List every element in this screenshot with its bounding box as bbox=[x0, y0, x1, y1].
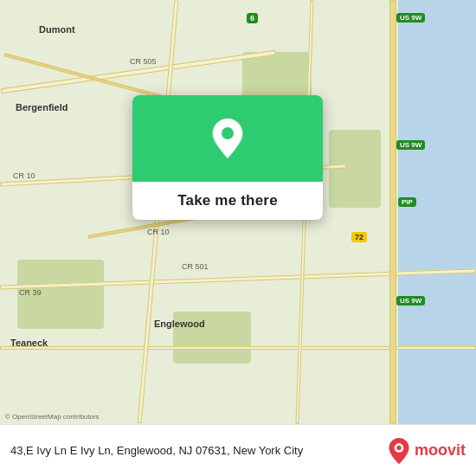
moovit-pin-icon bbox=[387, 437, 411, 465]
city-label-teaneck: Teaneck bbox=[10, 338, 48, 348]
map-container: Dumont Bergenfield Teaneck Englewood CR … bbox=[0, 0, 476, 424]
road-horizontal-4 bbox=[0, 346, 476, 350]
highway-badge-us9w-bot: US 9W bbox=[396, 296, 425, 306]
city-label-englewood: Englewood bbox=[154, 318, 205, 329]
popup-header bbox=[132, 95, 323, 182]
moovit-brand-text: moovit bbox=[415, 441, 466, 460]
svg-point-3 bbox=[396, 445, 401, 449]
highway-badge-us9w-mid: US 9W bbox=[396, 140, 425, 150]
map-attribution: © OpenStreetMap contributors bbox=[5, 413, 100, 421]
road-label-cr501: CR 501 bbox=[182, 262, 209, 271]
road-label-cr10-1: CR 10 bbox=[13, 171, 35, 180]
location-pin-icon bbox=[210, 117, 245, 160]
road-label-cr10-2: CR 10 bbox=[147, 228, 170, 236]
road-label-cr505: CR 505 bbox=[130, 57, 157, 66]
take-me-there-button[interactable]: Take me there bbox=[177, 192, 278, 209]
road-vertical-3 bbox=[389, 0, 396, 424]
popup-card: Take me there bbox=[132, 95, 323, 220]
map-water bbox=[398, 0, 476, 424]
popup-button-area[interactable]: Take me there bbox=[132, 182, 323, 220]
bottom-bar: 43,E Ivy Ln E Ivy Ln, Englewood, NJ 0763… bbox=[0, 424, 476, 476]
highway-badge-pip: PIP bbox=[398, 197, 416, 207]
moovit-logo: moovit bbox=[387, 437, 466, 465]
highway-badge-6: 6 bbox=[247, 13, 258, 23]
highway-badge-72: 72 bbox=[351, 232, 367, 242]
svg-point-1 bbox=[222, 127, 234, 139]
city-label-dumont: Dumont bbox=[39, 24, 75, 35]
city-label-bergenfield: Bergenfield bbox=[16, 102, 68, 113]
address-text: 43,E Ivy Ln E Ivy Ln, Englewood, NJ 0763… bbox=[10, 444, 380, 457]
highway-badge-us9w-top: US 9W bbox=[396, 13, 425, 23]
road-label-cr39: CR 39 bbox=[19, 288, 42, 297]
